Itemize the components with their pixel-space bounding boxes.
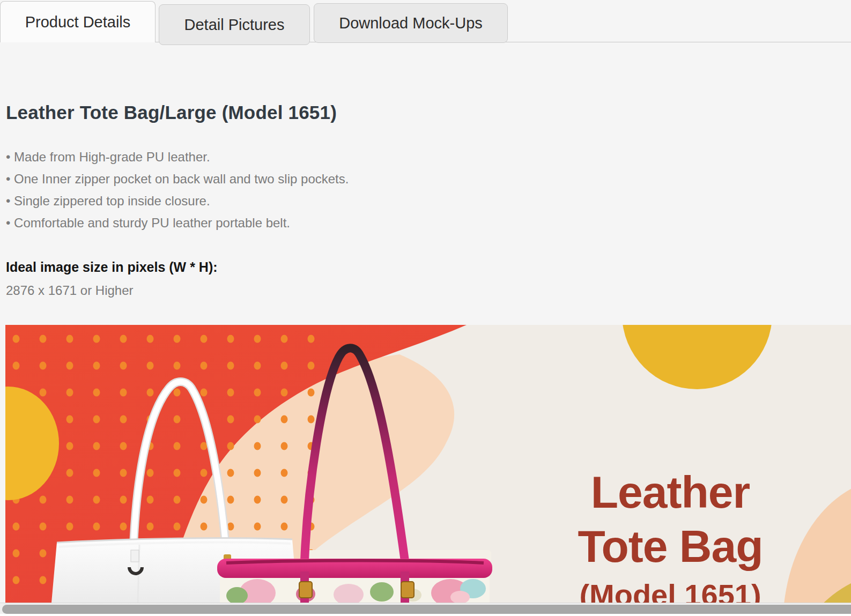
tab-download-mockups[interactable]: Download Mock-Ups — [314, 3, 508, 43]
horizontal-scrollbar-thumb[interactable] — [2, 605, 851, 614]
tab-product-details-label: Product Details — [25, 13, 131, 31]
tab-product-details[interactable]: Product Details — [0, 1, 156, 42]
product-title: Leather Tote Bag/Large (Model 1651) — [6, 102, 337, 123]
product-banner-image: Leather Tote Bag (Model 1651) — [5, 325, 851, 603]
ideal-size-label: Ideal image size in pixels (W * H): — [6, 259, 218, 275]
ideal-size-value: 2876 x 1671 or Higher — [6, 283, 134, 298]
tab-detail-pictures[interactable]: Detail Pictures — [159, 4, 310, 45]
tab-detail-pictures-label: Detail Pictures — [184, 16, 285, 34]
feature-item: Made from High-grade PU leather. — [6, 146, 349, 168]
banner-title-line3: (Model 1651) — [542, 578, 799, 603]
page: Product Details Detail Pictures Download… — [0, 0, 851, 616]
tab-bar: Product Details Detail Pictures Download… — [0, 0, 851, 48]
banner-title-line2: Tote Bag — [542, 519, 799, 574]
banner-title-line1: Leather — [542, 465, 799, 519]
feature-list: Made from High-grade PU leather. One Inn… — [6, 146, 349, 234]
bottom-strip — [0, 614, 851, 616]
feature-item: Single zippered top inside closure. — [6, 190, 349, 212]
feature-item: Comfortable and sturdy PU leather portab… — [6, 212, 349, 234]
tab-download-mockups-label: Download Mock-Ups — [339, 14, 483, 32]
banner-title: Leather Tote Bag (Model 1651) — [542, 465, 799, 603]
feature-item: One Inner zipper pocket on back wall and… — [6, 168, 349, 190]
